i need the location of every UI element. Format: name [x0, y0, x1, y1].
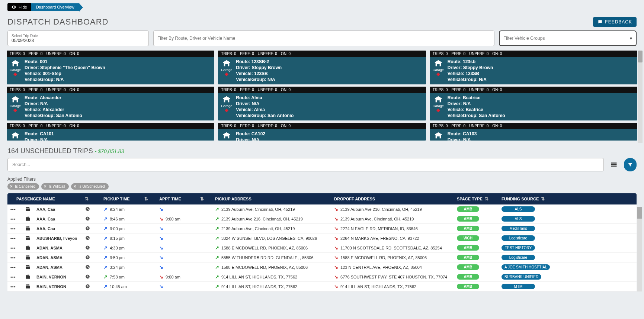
route-search-placeholder: Filter By Route, Driver or Vehicle Name: [157, 36, 490, 41]
list-view-button[interactable]: [608, 158, 620, 171]
table-row[interactable]: •••AAA, Caa↗ 3:00 pm↘ ↗ 2139 Auburn Ave,…: [7, 224, 637, 233]
pickup-address: ↗ 1588 E MCDOWELL RD, PHOENIX, AZ, 85006: [215, 245, 334, 251]
sort-icon[interactable]: ⇅: [144, 196, 148, 202]
table-row[interactable]: •••BAIN, VERNON↗ 7:53 am↘ 9:00 am↗ 914 L…: [7, 272, 637, 282]
col-funding-source[interactable]: FUNDING SOURCE ⇅: [502, 196, 634, 202]
table-row[interactable]: •••AAA, Caa↗ 8:46 am↘ 9:00 am↗ 2139 Aubu…: [7, 214, 637, 224]
history-icon[interactable]: [85, 274, 90, 279]
pickup-time: ↗ 3:00 pm: [103, 226, 144, 231]
route-stats-bar: TRIPS: 0PERF: 0UNPERF: 0ON: 0: [218, 51, 426, 57]
history-icon[interactable]: [85, 245, 90, 250]
calendar-icon[interactable]: [25, 216, 31, 221]
history-icon[interactable]: [85, 264, 90, 270]
row-menu-icon[interactable]: •••: [10, 246, 25, 250]
col-pickup-time[interactable]: PICKUP TIME: [103, 197, 144, 201]
trip-date-label: Select Trip Date: [12, 34, 145, 38]
row-menu-icon[interactable]: •••: [10, 275, 25, 279]
col-pickup-address[interactable]: PICKUP ADDRESS: [215, 197, 334, 201]
filter-pill[interactable]: ✕Is UnScheduled: [71, 183, 109, 190]
vehicle-group-select[interactable]: Filter Vehicle Groups ▾: [499, 30, 637, 46]
breadcrumb[interactable]: Dashboard Overview: [31, 3, 80, 11]
passenger-name: ADAN, ASMA: [36, 246, 85, 250]
row-menu-icon[interactable]: •••: [10, 207, 25, 212]
sort-icon[interactable]: ⇅: [85, 196, 89, 202]
route-card[interactable]: TRIPS: 0PERF: 0UNPERF: 0ON: 0GarageRoute…: [7, 87, 214, 120]
history-icon[interactable]: [85, 206, 90, 212]
table-scrollbar-thumb[interactable]: [637, 207, 642, 219]
history-icon[interactable]: [85, 284, 90, 289]
route-card[interactable]: TRIPS: 0PERF: 0UNPERF: 0ON: 0GarageRoute…: [430, 87, 637, 120]
table-row[interactable]: •••BAIN, VERNON↗ 10:45 am↘ ↗ 914 LILLIAN…: [7, 282, 637, 291]
row-menu-icon[interactable]: •••: [10, 226, 25, 231]
calendar-icon[interactable]: [25, 206, 31, 212]
calendar-icon[interactable]: [25, 235, 31, 241]
arrow-icon: ↘: [334, 226, 338, 231]
arrow-icon: ↘: [159, 274, 163, 280]
history-icon[interactable]: [85, 235, 90, 241]
table-row[interactable]: •••ABUSHARIB, I'veyon↗ 8:15 pm↘ ↗ 3324 W…: [7, 233, 637, 243]
calendar-icon[interactable]: [25, 255, 31, 260]
history-icon[interactable]: [85, 216, 90, 221]
filter-pill[interactable]: ✕Is Cancelled: [7, 183, 39, 190]
table-row[interactable]: •••ADAN, ASMA↗ 4:30 pm↘ ↗ 1588 E MCDOWEL…: [7, 243, 637, 253]
arrow-icon: ↗: [215, 274, 219, 280]
trip-search-input[interactable]: Search...: [7, 158, 604, 171]
passenger-name: AAA, Caa: [36, 207, 85, 212]
history-icon[interactable]: [85, 226, 90, 231]
route-search-input[interactable]: Filter By Route, Driver or Vehicle Name: [153, 30, 494, 46]
route-card[interactable]: TRIPS: 0PERF: 0UNPERF: 0ON: 0GarageRoute…: [7, 51, 214, 84]
route-card[interactable]: TRIPS: 0PERF: 0UNPERF: 0ON: 0GarageRoute…: [218, 87, 426, 120]
calendar-icon[interactable]: [25, 274, 31, 279]
table-row[interactable]: •••ADAN, ASMA↗ 3:24 pm↘ ↗ 1588 E MCDOWEL…: [7, 262, 637, 272]
unscheduled-label: UNSCHEDULED TRIPS: [20, 147, 93, 155]
route-stats-bar: TRIPS: 0PERF: 0UNPERF: 0ON: 0: [430, 123, 637, 129]
dropoff-address: ↘ 6776 SOUTHWEST FWY, STE 407 HOUSTON, T…: [334, 274, 457, 280]
close-icon[interactable]: ✕: [73, 184, 76, 188]
pickup-time: ↗ 8:46 am: [103, 216, 144, 222]
cards-scrollbar-thumb[interactable]: [638, 51, 643, 62]
vehicle-group-placeholder: Filter Vehicle Groups: [503, 36, 545, 41]
route-card[interactable]: TRIPS: 0PERF: 0UNPERF: 0ON: 0GarageRoute…: [7, 123, 214, 141]
sort-icon[interactable]: ⇅: [200, 196, 204, 202]
funding-source-badge: BURBANK UNIFIED: [502, 274, 541, 280]
col-dropoff-address[interactable]: DROPOFF ADDRESS: [334, 197, 457, 201]
table-row[interactable]: •••ADAN, ASMA↗ 3:50 pm↘ ↗ 5555 W THUNDER…: [7, 253, 637, 262]
filter-button[interactable]: [624, 158, 637, 171]
route-card[interactable]: TRIPS: 0PERF: 0UNPERF: 0ON: 0GarageRoute…: [218, 51, 426, 84]
pickup-address: ↗ 5555 W THUNDERBIRD RD, GLENDALE, , 853…: [215, 255, 334, 260]
row-menu-icon[interactable]: •••: [10, 265, 25, 270]
passenger-name: BAIN, VERNON: [36, 284, 85, 289]
col-passenger[interactable]: PASSENGER NAME: [10, 197, 85, 201]
table-row[interactable]: •••AAA, Caa↗ 9:24 am↘ ↗ 2139 Auburn Ave,…: [7, 204, 637, 214]
col-space-type[interactable]: SPACE TYPE ⇅: [457, 196, 502, 202]
history-icon[interactable]: [85, 255, 90, 260]
row-menu-icon[interactable]: •••: [10, 284, 25, 289]
trip-date-input[interactable]: Select Trip Date 05/09/2023: [7, 30, 149, 46]
arrow-icon: ↘: [159, 206, 163, 212]
close-icon[interactable]: ✕: [44, 184, 47, 188]
row-menu-icon[interactable]: •••: [10, 255, 25, 260]
filter-pill[interactable]: ✕Is WillCall: [41, 183, 69, 190]
calendar-icon[interactable]: [25, 264, 31, 270]
hide-button[interactable]: Hide: [7, 3, 31, 11]
route-card[interactable]: TRIPS: 0PERF: 0UNPERF: 0ON: 0GarageRoute…: [218, 123, 426, 141]
arrow-icon: ↗: [215, 264, 219, 270]
row-menu-icon[interactable]: •••: [10, 217, 25, 221]
sort-icon[interactable]: ⇅: [541, 196, 545, 202]
space-type-badge: AMB: [457, 245, 479, 251]
breadcrumb-label: Dashboard Overview: [36, 5, 74, 9]
table-scrollbar-track: [637, 207, 642, 291]
row-menu-icon[interactable]: •••: [10, 236, 25, 241]
svg-rect-0: [14, 64, 16, 64]
arrow-icon: ↘: [334, 235, 338, 241]
calendar-icon[interactable]: [25, 284, 31, 289]
sort-icon[interactable]: ⇅: [485, 196, 488, 202]
route-card[interactable]: TRIPS: 0PERF: 0UNPERF: 0ON: 0GarageRoute…: [430, 51, 637, 84]
calendar-icon[interactable]: [25, 226, 31, 231]
feedback-button[interactable]: FEEDBACK: [593, 17, 637, 27]
col-appt-time[interactable]: APPT TIME: [159, 197, 200, 201]
close-icon[interactable]: ✕: [10, 184, 13, 188]
calendar-icon[interactable]: [25, 245, 31, 250]
page-title: DISPATCH DASHBOARD: [7, 17, 108, 27]
route-card[interactable]: TRIPS: 0PERF: 0UNPERF: 0ON: 0GarageRoute…: [430, 123, 637, 141]
